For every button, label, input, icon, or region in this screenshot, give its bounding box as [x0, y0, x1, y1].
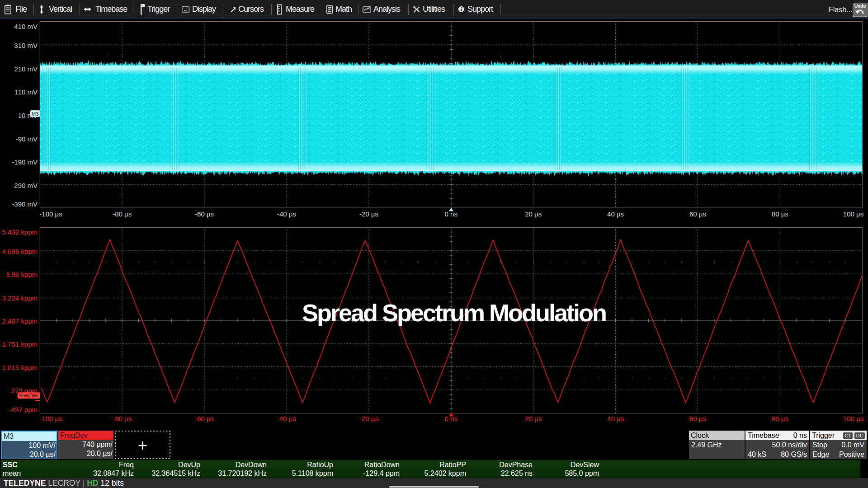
svg-text:-60 µs: -60 µs [195, 210, 214, 218]
svg-text:-100 µs: -100 µs [39, 415, 62, 422]
svg-text:60 µs: 60 µs [689, 210, 706, 218]
svg-text:210 mV: 210 mV [14, 65, 38, 73]
svg-text:-290 mV: -290 mV [12, 182, 38, 189]
svg-text:40 µs: 40 µs [607, 210, 624, 218]
svg-text:100 µs: 100 µs [843, 210, 863, 218]
svg-text:FreqDev: FreqDev [19, 393, 39, 398]
svg-text:40 µs: 40 µs [607, 415, 624, 422]
svg-text:-190 mV: -190 mV [12, 158, 38, 166]
svg-text:-60 µs: -60 µs [195, 415, 214, 422]
svg-text:5.432 kppm: 5.432 kppm [2, 228, 38, 236]
svg-text:Spread Spectrum Modulation: Spread Spectrum Modulation [302, 299, 606, 326]
svg-text:-390 mV: -390 mV [12, 200, 38, 208]
svg-text:-20 µs: -20 µs [359, 210, 378, 218]
svg-text:-20 µs: -20 µs [359, 415, 378, 422]
svg-text:M3: M3 [32, 111, 38, 117]
svg-text:20 µs: 20 µs [525, 210, 542, 218]
svg-text:-90 mV: -90 mV [16, 135, 38, 143]
svg-text:410 mV: 410 mV [14, 23, 38, 30]
svg-text:4.696 kppm: 4.696 kppm [2, 248, 38, 255]
svg-text:110 mV: 110 mV [14, 88, 38, 96]
svg-text:1.751 kppm: 1.751 kppm [2, 340, 38, 348]
svg-text:3.224 kppm: 3.224 kppm [2, 294, 38, 302]
svg-text:-80 µs: -80 µs [113, 210, 132, 218]
svg-text:310 mV: 310 mV [14, 42, 38, 49]
svg-text:-40 µs: -40 µs [277, 415, 296, 422]
svg-text:2.487 kppm: 2.487 kppm [2, 317, 38, 325]
svg-text:3.96 kppm: 3.96 kppm [6, 271, 38, 278]
svg-text:-40 µs: -40 µs [277, 210, 296, 218]
svg-text:100 µs: 100 µs [843, 415, 863, 422]
svg-text:-80 µs: -80 µs [113, 415, 132, 422]
svg-text:80 µs: 80 µs [772, 210, 788, 218]
svg-text:80 µs: 80 µs [772, 415, 788, 422]
svg-text:60 µs: 60 µs [689, 415, 706, 422]
svg-text:-457 ppm: -457 ppm [9, 406, 38, 413]
svg-text:20 µs: 20 µs [525, 415, 542, 422]
svg-text:1.015 kppm: 1.015 kppm [2, 364, 38, 371]
svg-text:-100 µs: -100 µs [39, 210, 62, 218]
